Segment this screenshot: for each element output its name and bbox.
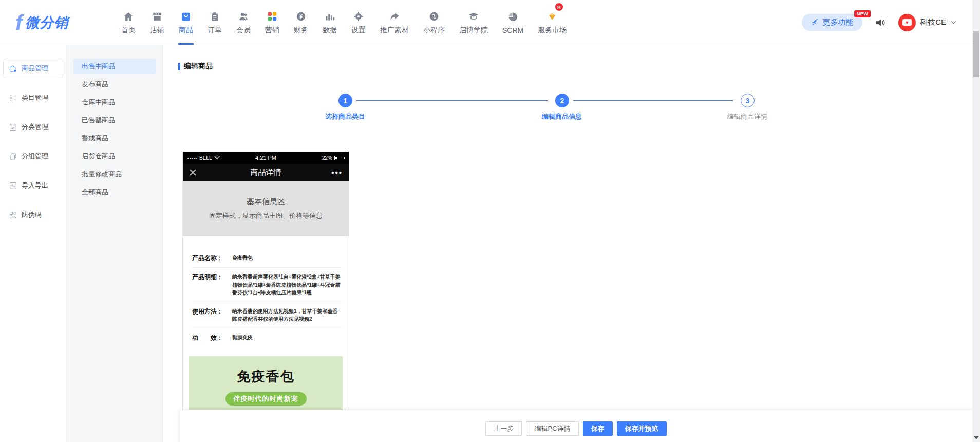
classify-icon xyxy=(9,123,17,132)
app-logo[interactable]: f 微分销 xyxy=(15,12,92,33)
save-button[interactable]: 保存 xyxy=(583,421,613,436)
battery-status: 22% xyxy=(322,155,344,161)
members-icon xyxy=(238,10,249,23)
footer-action-bar: 上一步 编辑PC详情 保存 保存并预览 xyxy=(180,410,972,442)
sidebar-item-category-manage[interactable]: 类目管理 xyxy=(3,88,63,107)
account-name: 科技CE xyxy=(920,17,946,27)
sidebar-item-classify-manage[interactable]: 分类管理 xyxy=(3,117,63,137)
submenu-item-sold-out[interactable]: 已售罄商品 xyxy=(73,113,156,128)
product-detail-card: 产品名称： 免疫香包 产品明细： 纳米香囊超声雾化器*1台+雾化液*2盒+甘草干… xyxy=(183,236,349,352)
nav-item-marketing[interactable]: 营销 xyxy=(258,0,287,45)
submenu-item-batch-edit[interactable]: 批量修改商品 xyxy=(73,167,156,182)
new-badge: NEW xyxy=(854,10,871,17)
phone-page-title: 商品详情 xyxy=(183,168,349,177)
vertical-scrollbar[interactable] xyxy=(972,0,980,442)
sidebar-item-label: 商品管理 xyxy=(22,64,48,73)
nav-label: 设置 xyxy=(351,26,366,35)
save-and-preview-button[interactable]: 保存并预览 xyxy=(617,421,667,436)
rocket-icon xyxy=(811,19,819,26)
nav-item-service-market[interactable]: H 服务市场 xyxy=(531,0,574,45)
submenu-item-publish[interactable]: 发布商品 xyxy=(73,77,156,92)
nav-item-goods[interactable]: 商品 xyxy=(172,0,200,45)
edit-steps: 1 2 3 选择商品类目 编辑商品信息 编辑商品详情 xyxy=(163,45,980,127)
submenu-item-all-goods[interactable]: 全部商品 xyxy=(73,185,156,200)
sidebar-item-import-export[interactable]: 导入导出 xyxy=(3,176,63,195)
submenu-item-in-warehouse[interactable]: 仓库中商品 xyxy=(73,95,156,110)
step-1-label: 选择商品类目 xyxy=(304,112,386,121)
detail-label: 产品明细： xyxy=(192,273,232,297)
chevron-down-icon xyxy=(950,19,957,26)
step-2-label: 编辑商品信息 xyxy=(521,112,603,121)
more-menu-icon[interactable]: ••• xyxy=(331,171,343,174)
nav-item-miniprogram[interactable]: 小程序 xyxy=(416,0,452,45)
nav-item-orders[interactable]: 订单 xyxy=(200,0,229,45)
detail-value: 纳米香囊超声雾化器*1台+雾化液*2盒+甘草干姜植物饮品*1罐+藿香陈皮植物饮品… xyxy=(232,273,342,297)
submenu-item-warning[interactable]: 警戒商品 xyxy=(73,131,156,146)
sidebar-item-label: 分类管理 xyxy=(22,122,48,132)
hot-badge: H xyxy=(555,3,563,11)
announcement-speaker-icon[interactable] xyxy=(875,17,886,28)
submenu-item-on-sale[interactable]: 出售中商品 xyxy=(73,59,156,74)
nav-item-settings[interactable]: 设置 xyxy=(344,0,373,45)
import-export-icon xyxy=(9,181,17,190)
sidebar-item-goods-manage[interactable]: 商品管理 xyxy=(3,59,63,78)
step-connector xyxy=(356,100,548,101)
more-features-button[interactable]: 更多功能 NEW xyxy=(802,14,862,31)
step-3-label: 编辑商品详情 xyxy=(706,112,788,121)
detail-row: 功 效： 黏膜免疫 xyxy=(192,334,342,347)
settings-icon xyxy=(353,10,364,23)
sidebar-item-label: 类目管理 xyxy=(22,93,48,102)
sidebar-item-label: 防伪码 xyxy=(22,210,42,219)
logo-text: 微分销 xyxy=(25,13,68,32)
prev-step-button[interactable]: 上一步 xyxy=(485,421,522,436)
nav-label: 服务市场 xyxy=(538,26,567,35)
detail-value: 黏膜免疫 xyxy=(232,334,253,342)
close-icon[interactable] xyxy=(189,169,197,176)
detail-value: 纳米香囊的使用方法见视频1，甘草干姜和藿香陈皮搭配香芬仪的使用方法见视频2 xyxy=(232,307,342,323)
battery-icon xyxy=(334,156,344,160)
nav-item-data[interactable]: 数据 xyxy=(315,0,344,45)
nav-item-members[interactable]: 会员 xyxy=(229,0,258,45)
category-icon xyxy=(9,94,17,102)
detail-value: 免疫香包 xyxy=(232,254,253,263)
store-icon xyxy=(152,10,163,23)
submenu-item-shipping-warehouse[interactable]: 启货仓商品 xyxy=(73,149,156,164)
nav-label: 推广素材 xyxy=(380,26,409,35)
nav-item-finance[interactable]: ¥ 财务 xyxy=(287,0,315,45)
miniprogram-icon xyxy=(428,10,440,23)
detail-label: 产品名称： xyxy=(192,254,232,263)
nav-label: 店铺 xyxy=(150,26,164,35)
nav-item-promo-material[interactable]: 推广素材 xyxy=(373,0,416,45)
nav-item-scrm[interactable]: SCRM xyxy=(495,0,531,45)
finance-icon: ¥ xyxy=(295,10,307,23)
scrollbar-down-arrow-icon[interactable] xyxy=(974,436,979,439)
edit-pc-detail-button[interactable]: 编辑PC详情 xyxy=(526,421,578,436)
nav-item-academy[interactable]: 启博学院 xyxy=(452,0,495,45)
step-connector xyxy=(573,100,733,101)
sidebar-item-anticounterfeit-code[interactable]: 防伪码 xyxy=(3,205,63,225)
nav-item-store[interactable]: 店铺 xyxy=(143,0,172,45)
banner-title: 免疫香包 xyxy=(189,367,343,385)
nav-item-home[interactable]: 首页 xyxy=(114,0,143,45)
home-icon xyxy=(123,10,134,23)
sidebar-item-group-manage[interactable]: 分组管理 xyxy=(3,146,63,166)
orders-icon xyxy=(209,10,220,23)
data-icon xyxy=(324,10,335,23)
logo-icon: f xyxy=(15,12,22,33)
group-icon xyxy=(9,152,17,161)
nav-label: 启博学院 xyxy=(459,26,488,35)
detail-label: 功 效： xyxy=(192,334,232,342)
sidebar: 商品管理 类目管理 分类管理 分组管理 导入导出 防伪码 xyxy=(0,45,67,442)
main-content: 编辑商品 1 2 3 选择商品类目 编辑商品信息 编辑商品详情 ••••• BE… xyxy=(163,45,980,442)
avatar: ♥ xyxy=(898,14,916,31)
market-icon xyxy=(546,10,558,23)
sidebar-item-label: 分组管理 xyxy=(22,152,48,161)
detail-row: 产品明细： 纳米香囊超声雾化器*1台+雾化液*2盒+甘草干姜植物饮品*1罐+藿香… xyxy=(192,273,342,302)
heart-icon: ♥ xyxy=(902,19,912,26)
mobile-preview: ••••• BELL 4:21 PM 22% 商品详情 ••• 基本信息区 固定… xyxy=(182,152,349,411)
top-header: f 微分销 首页 店铺 商品 订单 xyxy=(0,0,980,45)
scrollbar-thumb[interactable] xyxy=(973,31,979,77)
svg-text:¥: ¥ xyxy=(299,14,303,20)
account-menu[interactable]: ♥ 科技CE xyxy=(898,14,957,31)
step-1-circle: 1 xyxy=(338,94,352,107)
